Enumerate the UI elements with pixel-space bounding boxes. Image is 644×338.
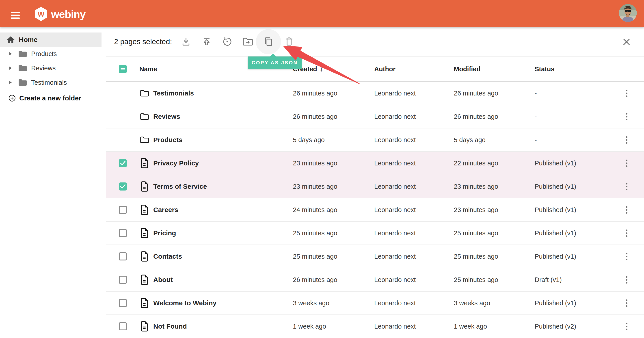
create-folder-button[interactable]: Create a new folder [0, 91, 102, 105]
row-modified: 25 minutes ago [454, 253, 498, 260]
table-row[interactable]: Products5 days agoLeonardo next5 days ag… [106, 128, 644, 152]
document-icon [140, 205, 148, 215]
webiny-logo[interactable]: W webiny [35, 7, 85, 22]
row-name: Not Found [153, 322, 187, 330]
row-created: 26 minutes ago [293, 276, 337, 284]
table-row[interactable]: Not Found1 week agoLeonardo next1 week a… [106, 315, 644, 338]
table-row[interactable]: About26 minutes agoLeonardo next25 minut… [106, 268, 644, 292]
chevron-right-icon[interactable] [9, 66, 12, 70]
table-row[interactable]: Careers24 minutes agoLeonardo next23 min… [106, 198, 644, 222]
sidebar-folder-reviews[interactable]: Reviews [0, 61, 102, 75]
folder-icon [18, 79, 27, 86]
sidebar-folder-testimonials[interactable]: Testimonials [0, 75, 102, 90]
close-selection-icon[interactable] [622, 37, 632, 47]
row-created: 25 minutes ago [293, 253, 337, 260]
row-status: - [535, 136, 537, 144]
document-icon [140, 251, 148, 262]
copy-as-json-tooltip: COPY AS JSON [248, 56, 302, 69]
plus-circle-icon [8, 94, 16, 102]
table-row[interactable]: Pricing25 minutes agoLeonardo next25 min… [106, 222, 644, 245]
row-modified: 25 minutes ago [454, 230, 498, 237]
document-icon [140, 228, 148, 238]
table-row[interactable]: Testimonials26 minutes agoLeonardo next2… [106, 82, 644, 105]
row-name: Terms of Service [153, 183, 207, 190]
table-row[interactable]: Reviews26 minutes agoLeonardo next26 min… [106, 105, 644, 128]
document-icon [140, 321, 148, 332]
row-checkbox[interactable] [119, 299, 127, 307]
row-author: Leonardo next [374, 230, 416, 237]
sidebar-folder-label: Products [31, 50, 57, 58]
sidebar-item-home[interactable]: Home [0, 32, 102, 46]
row-actions-menu-icon[interactable] [622, 320, 632, 332]
menu-icon[interactable] [11, 12, 20, 19]
select-all-checkbox[interactable] [119, 65, 127, 73]
row-author: Leonardo next [374, 136, 416, 144]
row-created: 1 week ago [293, 323, 326, 330]
row-modified: 26 minutes ago [454, 90, 498, 97]
row-name: Careers [153, 206, 178, 214]
column-header-modified[interactable]: Modified [454, 65, 480, 72]
column-header-name[interactable]: Name [140, 65, 157, 72]
row-actions-menu-icon[interactable] [622, 274, 632, 286]
row-actions-menu-icon[interactable] [622, 227, 632, 240]
restore-icon[interactable] [221, 36, 234, 48]
row-checkbox[interactable] [119, 322, 127, 330]
document-icon [140, 298, 148, 308]
folder-icon [18, 50, 27, 58]
row-author: Leonardo next [374, 113, 416, 120]
row-actions-menu-icon[interactable] [622, 110, 632, 123]
tooltip-label: COPY AS JSON [252, 60, 298, 66]
table-row[interactable]: Terms of Service23 minutes agoLeonardo n… [106, 175, 644, 198]
row-actions-menu-icon[interactable] [622, 204, 632, 216]
move-to-folder-icon[interactable] [242, 36, 254, 48]
row-checkbox[interactable] [119, 206, 127, 214]
chevron-right-icon[interactable] [9, 81, 12, 84]
column-header-status[interactable]: Status [535, 65, 554, 72]
table-row[interactable]: Contacts25 minutes agoLeonardo next25 mi… [106, 245, 644, 268]
copy-icon[interactable] [262, 36, 275, 48]
row-status: - [535, 113, 537, 120]
row-actions-menu-icon[interactable] [622, 250, 632, 263]
document-icon [140, 158, 148, 168]
chevron-right-icon[interactable] [9, 52, 12, 56]
column-header-author[interactable]: Author [374, 65, 396, 72]
row-author: Leonardo next [374, 183, 416, 190]
row-actions-menu-icon[interactable] [622, 180, 632, 193]
row-actions-menu-icon[interactable] [622, 297, 632, 309]
logo-wordmark: webiny [51, 7, 85, 22]
row-status: Published (v1) [535, 300, 576, 307]
row-status: Published (v2) [535, 323, 576, 330]
row-created: 25 minutes ago [293, 230, 337, 237]
delete-icon[interactable] [283, 36, 295, 48]
table-row[interactable]: Welcome to Webiny3 weeks agoLeonardo nex… [106, 292, 644, 315]
row-checkbox[interactable] [119, 229, 127, 237]
row-author: Leonardo next [374, 90, 416, 97]
row-name: About [153, 276, 173, 284]
row-checkbox-checked[interactable] [119, 182, 127, 190]
table-row[interactable]: Privacy Policy23 minutes agoLeonardo nex… [106, 152, 644, 175]
row-status: Published (v1) [535, 206, 576, 214]
folder-tree: ProductsReviewsTestimonials [0, 46, 102, 90]
row-author: Leonardo next [374, 206, 416, 214]
row-modified: 25 minutes ago [454, 276, 498, 284]
download-icon[interactable] [180, 36, 192, 48]
webiny-page-builder-app: W webiny [0, 0, 644, 338]
sort-desc-icon: ↓ [320, 65, 323, 72]
create-folder-label: Create a new folder [19, 94, 81, 102]
selection-count-label: 2 pages selected: [114, 38, 172, 46]
row-actions-menu-icon[interactable] [622, 87, 632, 100]
user-avatar[interactable] [619, 4, 637, 22]
row-created: 26 minutes ago [293, 90, 337, 97]
publish-icon[interactable] [200, 36, 213, 48]
row-checkbox[interactable] [119, 252, 127, 260]
row-status: Published (v1) [535, 160, 576, 167]
row-author: Leonardo next [374, 300, 416, 307]
row-actions-menu-icon[interactable] [622, 134, 632, 146]
row-checkbox-checked[interactable] [119, 159, 127, 167]
row-actions-menu-icon[interactable] [622, 157, 632, 170]
row-checkbox[interactable] [119, 276, 127, 284]
sidebar-folder-products[interactable]: Products [0, 46, 102, 61]
row-status: Published (v1) [535, 230, 576, 237]
row-modified: 26 minutes ago [454, 113, 498, 120]
row-created: 3 weeks ago [293, 300, 330, 307]
